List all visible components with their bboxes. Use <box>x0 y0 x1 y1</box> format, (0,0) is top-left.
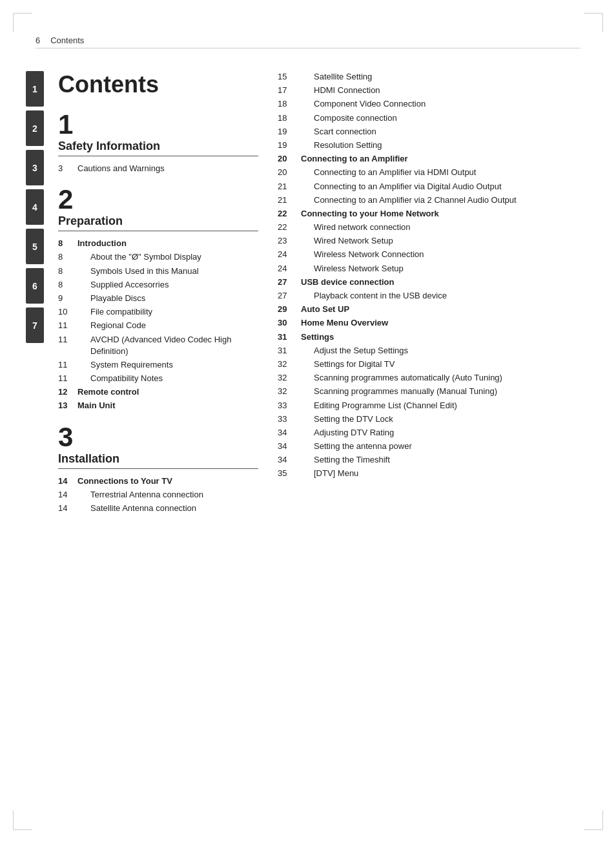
toc-entry: 9Playable Discs <box>58 293 258 304</box>
toc-text: Adjusting DTV Rating <box>301 427 580 439</box>
toc-number: 15 <box>278 71 301 83</box>
toc-text: Regional Code <box>77 320 258 331</box>
toc-number: 31 <box>278 331 301 343</box>
toc-entry: 27USB device connection <box>278 276 580 288</box>
sidebar-tab-5: 5 <box>26 229 44 264</box>
toc-text: Wireless Network Setup <box>301 263 580 275</box>
toc-number: 35 <box>278 468 301 479</box>
toc-number: 8 <box>58 251 77 263</box>
left-column: Contents 1Safety Information3Cautions an… <box>58 65 258 817</box>
toc-text: HDMI Connection <box>301 85 580 96</box>
toc-number: 14 <box>58 475 77 487</box>
toc-text: Wired Network Setup <box>301 235 580 247</box>
toc-number: 8 <box>58 238 77 249</box>
toc-number: 21 <box>278 194 301 206</box>
sidebar-tab-1: 1 <box>26 71 44 107</box>
section-number-2: 2 <box>58 186 258 213</box>
toc-number: 9 <box>58 293 77 304</box>
toc-number: 34 <box>278 427 301 439</box>
toc-number: 18 <box>278 98 301 110</box>
toc-entry: 20Connecting to an Amplifier via HDMI Ou… <box>278 167 580 178</box>
toc-number: 32 <box>278 386 301 397</box>
toc-entry: 33Setting the DTV Lock <box>278 413 580 425</box>
toc-entry: 19Resolution Setting <box>278 140 580 151</box>
toc-number: 14 <box>58 489 77 501</box>
toc-text: Scanning programmes manually (Manual Tun… <box>301 386 580 397</box>
toc-number: 3 <box>58 163 77 174</box>
toc-number: 33 <box>278 413 301 425</box>
toc-entry: 33Editing Programme List (Channel Edit) <box>278 400 580 411</box>
toc-number: 22 <box>278 222 301 233</box>
toc-text: System Requirements <box>77 359 258 371</box>
toc-entry: 32Settings for Digital TV <box>278 359 580 370</box>
toc-number: 24 <box>278 263 301 275</box>
toc-entry: 22Connecting to your Home Network <box>278 208 580 220</box>
toc-number: 34 <box>278 441 301 452</box>
toc-entry: 23Wired Network Setup <box>278 235 580 247</box>
toc-entry: 15Satellite Setting <box>278 71 580 83</box>
section-number-3: 3 <box>58 424 258 451</box>
toc-number: 11 <box>58 373 77 384</box>
toc-number: 30 <box>278 317 301 329</box>
toc-entry: 18Component Video Connection <box>278 98 580 110</box>
toc-number: 11 <box>58 334 77 357</box>
toc-text: Connecting to an Amplifier via 2 Channel… <box>301 194 580 206</box>
toc-number: 19 <box>278 126 301 138</box>
sidebar-tab-7: 7 <box>26 307 44 343</box>
toc-text: Home Menu Overview <box>301 317 580 329</box>
section-title-1: Safety Information <box>58 140 258 156</box>
toc-text: Introduction <box>77 238 258 249</box>
toc-entry: 32Scanning programmes automatically (Aut… <box>278 372 580 384</box>
toc-entry: 13Main Unit <box>58 400 258 411</box>
toc-entry: 19Scart connection <box>278 126 580 138</box>
toc-number: 13 <box>58 400 77 411</box>
toc-number: 21 <box>278 181 301 193</box>
toc-entry: 11System Requirements <box>58 359 258 371</box>
toc-text: Symbols Used in this Manual <box>77 265 258 277</box>
toc-number: 11 <box>58 320 77 331</box>
sidebar-tab-4: 4 <box>26 189 44 225</box>
toc-entry: 11Compatibility Notes <box>58 373 258 384</box>
main-content: Contents 1Safety Information3Cautions an… <box>58 65 580 817</box>
toc-text: Wireless Network Connection <box>301 249 580 260</box>
toc-text: Scart connection <box>301 126 580 138</box>
toc-entry: 34Setting the antenna power <box>278 441 580 452</box>
toc-entry: 8About the "Ø" Symbol Display <box>58 251 258 263</box>
toc-number: 22 <box>278 208 301 220</box>
toc-number: 20 <box>278 153 301 165</box>
toc-text: Setting the Timeshift <box>301 454 580 466</box>
toc-text: Playable Discs <box>77 293 258 304</box>
toc-entry: 21Connecting to an Amplifier via Digital… <box>278 181 580 193</box>
toc-number: 31 <box>278 345 301 357</box>
toc-entry: 8Supplied Accesorries <box>58 279 258 291</box>
sidebar-tab-3: 3 <box>26 150 44 185</box>
toc-text: Resolution Setting <box>301 140 580 151</box>
toc-text: USB device connection <box>301 276 580 288</box>
toc-entry: 34Adjusting DTV Rating <box>278 427 580 439</box>
corner-mark-bl <box>13 811 32 830</box>
toc-entry: 34Setting the Timeshift <box>278 454 580 466</box>
toc-number: 10 <box>58 306 77 318</box>
toc-text: AVCHD (Advanced Video Codec High Definit… <box>77 334 258 357</box>
corner-mark-tr <box>584 13 603 32</box>
toc-text: Component Video Connection <box>301 98 580 110</box>
sidebar-tab-2: 2 <box>26 110 44 146</box>
toc-number: 34 <box>278 454 301 466</box>
section-number-1: 1 <box>58 111 258 138</box>
toc-text: Terrestrial Antenna connection <box>77 489 258 501</box>
toc-text: Composite connection <box>301 112 580 124</box>
toc-entry: 14Satellite Antenna connection <box>58 503 258 514</box>
toc-text: Connecting to your Home Network <box>301 208 580 220</box>
toc-text: File compatibility <box>77 306 258 318</box>
toc-text: Remote control <box>77 386 258 398</box>
toc-entry: 27Playback content in the USB device <box>278 290 580 302</box>
toc-entry: 8Symbols Used in this Manual <box>58 265 258 277</box>
toc-number: 8 <box>58 279 77 291</box>
toc-entry: 10File compatibility <box>58 306 258 318</box>
contents-title: Contents <box>58 71 258 98</box>
page-header-title: Contents <box>50 36 84 45</box>
page-number: 6 <box>36 36 40 45</box>
toc-entry: 35[DTV] Menu <box>278 468 580 479</box>
toc-number: 32 <box>278 372 301 384</box>
toc-text: Settings for Digital TV <box>301 359 580 370</box>
